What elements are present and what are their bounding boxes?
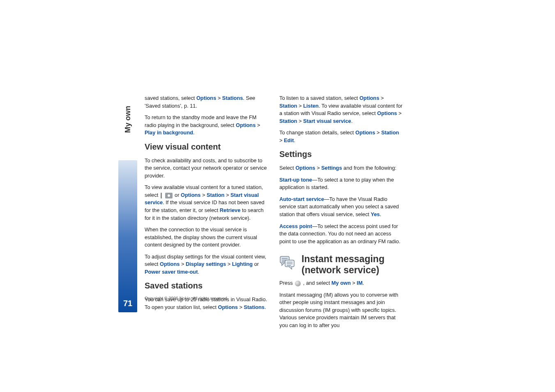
link-station[interactable]: Station xyxy=(207,192,224,198)
link-access-point[interactable]: Access point xyxy=(279,223,312,229)
menu-key-icon xyxy=(295,281,301,286)
paragraph: When the connection to the visual servic… xyxy=(145,226,268,249)
link-auto-start-service[interactable]: Auto-start service xyxy=(279,196,324,202)
paragraph: saved stations, select Options > Station… xyxy=(145,95,268,110)
link-station[interactable]: Station xyxy=(279,103,297,109)
scroll-key-icon xyxy=(165,193,173,198)
link-im[interactable]: IM xyxy=(357,280,362,286)
right-column: To listen to a saved station, select Opt… xyxy=(279,95,403,333)
link-yes[interactable]: Yes xyxy=(371,211,380,217)
link-station[interactable]: Station xyxy=(381,129,399,136)
page-number: 71 xyxy=(123,299,132,308)
link-power-saver-timeout[interactable]: Power saver time-out xyxy=(145,269,198,275)
link-options[interactable]: Options xyxy=(355,129,375,136)
link-start-visual-service[interactable]: Start visual service xyxy=(303,118,351,124)
paragraph: To return to the standby mode and leave … xyxy=(145,114,268,137)
link-my-own[interactable]: My own xyxy=(332,280,351,286)
link-stations[interactable]: Stations xyxy=(244,304,264,310)
heading-instant-messaging: Instant messaging (network service) xyxy=(302,254,403,275)
link-play-in-background[interactable]: Play in background xyxy=(145,129,193,136)
link-lighting[interactable]: Lighting xyxy=(232,261,253,267)
link-options[interactable]: Options xyxy=(236,122,256,128)
link-options[interactable]: Options xyxy=(295,165,315,171)
link-settings[interactable]: Settings xyxy=(321,165,342,171)
paragraph: To listen to a saved station, select Opt… xyxy=(279,95,403,125)
link-options[interactable]: Options xyxy=(359,95,379,101)
paragraph: Press , and select My own > IM. xyxy=(279,279,403,287)
section-label: My own xyxy=(124,106,132,133)
instant-messaging-icon xyxy=(279,255,296,270)
paragraph: To view available visual content for a t… xyxy=(145,184,268,222)
link-stations[interactable]: Stations xyxy=(222,95,243,101)
paragraph: Select Options > Settings and from the f… xyxy=(279,164,403,172)
paragraph: Auto-start service—To have the Visual Ra… xyxy=(279,196,403,219)
link-display-settings[interactable]: Display settings xyxy=(186,261,226,267)
copyright-text: Copyright © 2006 Nokia. All rights reser… xyxy=(145,296,228,301)
paragraph: To change station details, select Option… xyxy=(279,129,403,144)
heading-saved-stations: Saved stations xyxy=(145,280,268,292)
paragraph: Start-up tone—To select a tone to play w… xyxy=(279,176,403,191)
paragraph: Access point—To select the access point … xyxy=(279,223,403,246)
paragraph: Instant messaging (IM) allows you to con… xyxy=(279,291,403,330)
link-options[interactable]: Options xyxy=(160,261,180,267)
paragraph: To adjust display settings for the visua… xyxy=(145,253,268,276)
heading-settings: Settings xyxy=(279,148,403,160)
link-options[interactable]: Options xyxy=(181,192,200,198)
page-number-strip: 71 xyxy=(118,160,137,312)
link-edit[interactable]: Edit xyxy=(284,137,294,143)
link-options[interactable]: Options xyxy=(218,304,238,310)
link-options[interactable]: Options xyxy=(196,95,216,101)
paragraph: To check availability and costs, and to … xyxy=(145,157,268,180)
heading-row: Instant messaging (network service) xyxy=(279,254,403,275)
scroll-bar-icon xyxy=(161,193,162,198)
link-station[interactable]: Station xyxy=(279,118,297,124)
heading-view-visual-content: View visual content xyxy=(145,141,268,153)
link-start-up-tone[interactable]: Start-up tone xyxy=(279,177,312,183)
link-options[interactable]: Options xyxy=(377,110,397,116)
link-retrieve[interactable]: Retrieve xyxy=(220,207,241,213)
link-listen[interactable]: Listen xyxy=(303,103,319,109)
